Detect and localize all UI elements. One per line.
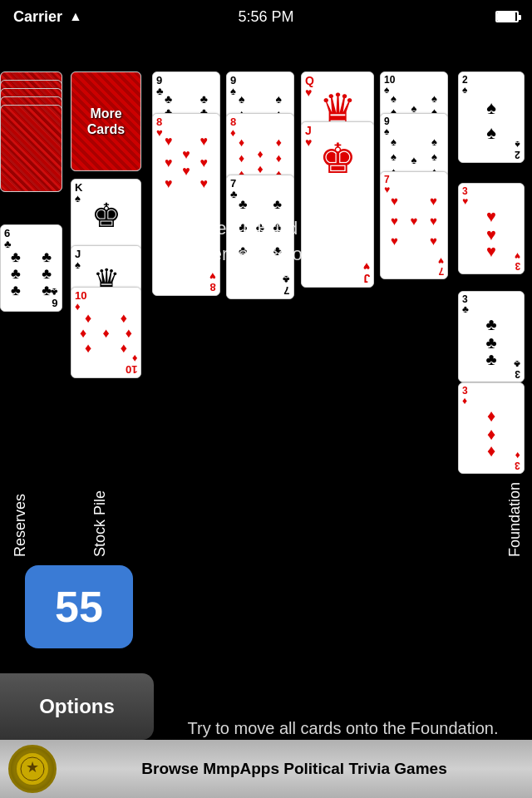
wifi-icon: ▲ — [69, 9, 82, 24]
time-display: 5:56 PM — [238, 8, 293, 26]
foundation-label: Foundation — [506, 482, 524, 557]
ten-diamonds-card[interactable]: 10♦ 10♦ ♦ ♦ ♦ ♦ ♦ ♦ ♦ — [71, 287, 141, 378]
game-area: 6♣ 6♣ ♣ ♣ ♣ ♣ ♣ ♣ More Cards K♠ K♠ ♚ J♠ … — [0, 33, 532, 798]
reserves-label: Reserves — [12, 494, 29, 557]
two-spades-foundation[interactable]: 2♠ 2♠ ♠ ♠ — [458, 71, 525, 163]
reserve-card-5[interactable] — [0, 105, 62, 192]
three-diamonds-foundation[interactable]: 3♦ 3♦ ♦ ♦ ♦ — [458, 382, 525, 474]
foundation-hint: Try to move all cards onto the Foundatio… — [154, 717, 532, 740]
score-box: 55 — [25, 565, 133, 648]
three-hearts-foundation[interactable]: 3♥ 3♥ ♥ ♥ ♥ — [458, 183, 525, 274]
stockpile-label: Stock Pile — [91, 490, 109, 557]
jack-hearts-tableau[interactable]: J♥ J♥ ♚ — [301, 121, 374, 288]
banner-logo: ★ — [8, 745, 57, 793]
score-value: 55 — [55, 582, 103, 632]
banner-text[interactable]: Browse MmpApps Political Trivia Games — [65, 759, 524, 780]
more-cards-label: More Cards — [71, 106, 140, 137]
seven-hearts-right-tableau[interactable]: 7♥ 7♥ ♥ ♥ ♥ ♥ ♥ ♥ ♥ — [380, 171, 448, 279]
carrier-label: Carrier — [13, 8, 62, 26]
eight-hearts-tableau[interactable]: 8♥ 8♥ ♥ ♥ ♥ ♥ ♥ ♥ ♥ ♥ — [152, 113, 220, 296]
options-button[interactable]: Options — [0, 673, 154, 740]
six-clubs-card[interactable]: 6♣ 6♣ ♣ ♣ ♣ ♣ ♣ ♣ — [0, 224, 62, 312]
options-label: Options — [39, 695, 115, 718]
status-bar: Carrier ▲ 5:56 PM — [0, 0, 532, 33]
bottom-banner[interactable]: ★ Browse MmpApps Political Trivia Games — [0, 740, 532, 798]
three-clubs-foundation[interactable]: 3♣ 3♣ ♣ ♣ ♣ — [458, 291, 525, 382]
svg-text:★: ★ — [26, 759, 39, 776]
more-cards-back[interactable]: More Cards — [71, 71, 141, 171]
seven-clubs-tableau[interactable]: 7♣ 7♣ ♣ ♣ ♣ ♣ ♣ ♣ ♣ — [226, 175, 294, 299]
battery-icon — [495, 11, 519, 22]
